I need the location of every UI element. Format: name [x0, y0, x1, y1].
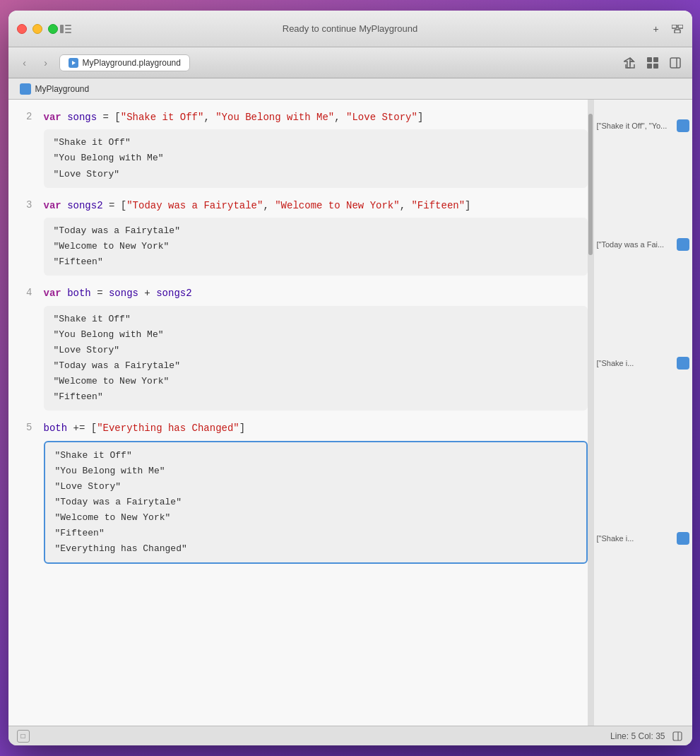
svg-rect-15	[673, 732, 682, 740]
scrollbar-thumb	[588, 114, 593, 255]
output-item: "Welcome to New York"	[55, 510, 576, 526]
output-item: "Shake it Off"	[54, 312, 578, 327]
status-check-icon[interactable]: □	[17, 730, 30, 743]
back-button[interactable]: ‹	[17, 55, 32, 71]
breadcrumb-bar: MyPlayground	[8, 78, 692, 100]
line-number-4: 4	[8, 285, 44, 298]
svg-rect-12	[653, 64, 658, 69]
output-item: "You Belong with Me"	[54, 150, 578, 166]
result-badge-4[interactable]	[677, 357, 689, 370]
output-box-4: "Shake it Off" "You Belong with Me" "Lov…	[44, 306, 588, 411]
output-item: "Fifteen"	[54, 389, 578, 405]
editor-area[interactable]: 2 var songs = ["Shake it Off", "You Belo…	[8, 100, 588, 726]
result-badge-5[interactable]	[677, 532, 689, 545]
minimize-button[interactable]	[32, 24, 42, 34]
output-box-2: "Shake it Off" "You Belong with Me" "Lov…	[44, 129, 588, 187]
sidebar-result-text-4: ["Shake i...	[597, 359, 674, 367]
output-item: "Today was a Fairytale"	[54, 358, 578, 374]
sidebar-result-3: ["Today was a Fai...	[597, 238, 689, 251]
code-line-3: var songs2 = ["Today was a Fairytale", "…	[44, 198, 588, 213]
main-content: 2 var songs = ["Shake it Off", "You Belo…	[8, 100, 692, 726]
sidebar-result-4: ["Shake i...	[597, 357, 689, 370]
status-left: □	[17, 730, 30, 743]
svg-rect-10	[653, 57, 658, 62]
breadcrumb-label: MyPlayground	[35, 84, 90, 94]
traffic-lights	[17, 24, 58, 34]
code-line-5: both += ["Everything has Changed"]	[44, 420, 588, 436]
code-block-line4: 4 var both = songs + songs2 "Shake it Of…	[8, 283, 588, 418]
svg-marker-7	[72, 61, 76, 65]
close-button[interactable]	[17, 24, 27, 34]
svg-rect-2	[65, 28, 71, 30]
status-bar: □ Line: 5 Col: 35	[8, 726, 692, 745]
output-item: "Welcome to New York"	[54, 374, 578, 389]
titlebar-right-buttons: +	[650, 23, 684, 35]
sidebar-result-text-3: ["Today was a Fai...	[597, 240, 674, 249]
output-item: "Everything has Changed"	[55, 541, 576, 557]
sidebar-result-row-4: ["Shake i...	[597, 357, 689, 370]
sidebar-result-row-3: ["Today was a Fai...	[597, 238, 689, 251]
toolbar-right	[622, 54, 684, 71]
svg-rect-9	[647, 57, 652, 62]
svg-rect-6	[675, 30, 680, 33]
maximize-button[interactable]	[48, 24, 58, 34]
line-number-2: 2	[8, 110, 44, 122]
output-item: "Love Story"	[54, 167, 578, 182]
tab-label: MyPlayground.playground	[83, 58, 181, 68]
output-item: "Welcome to New York"	[54, 239, 578, 254]
status-panel-icon[interactable]	[671, 730, 684, 743]
output-item: "Fifteen"	[54, 254, 578, 270]
code-wrap-area: 2 var songs = ["Shake it Off", "You Belo…	[8, 100, 692, 726]
scrollbar[interactable]	[588, 100, 593, 726]
code-content-3: var songs2 = ["Today was a Fairytale", "…	[44, 198, 588, 280]
output-box-3: "Today was a Fairytale" "Welcome to New …	[44, 218, 588, 276]
output-item: "Today was a Fairytale"	[54, 223, 578, 239]
svg-rect-11	[647, 64, 652, 69]
svg-rect-5	[678, 25, 683, 28]
playground-icon	[69, 58, 78, 68]
line-number-3: 3	[8, 198, 44, 211]
playground-tab[interactable]: MyPlayground.playground	[59, 54, 190, 71]
output-item: "Love Story"	[54, 343, 578, 358]
code-content-2: var songs = ["Shake it Off", "You Belong…	[44, 110, 588, 192]
result-badge-2[interactable]	[677, 119, 689, 132]
output-item: "Love Story"	[55, 479, 576, 495]
output-item: "You Belong with Me"	[55, 463, 576, 479]
panel-icon[interactable]	[667, 54, 684, 71]
output-box-5: "Shake it Off" "You Belong with Me" "Lov…	[44, 441, 588, 565]
code-line-4: var both = songs + songs2	[44, 285, 588, 301]
window: Ready to continue MyPlayground + ‹ › MyP…	[8, 11, 692, 745]
svg-rect-1	[65, 25, 71, 26]
share-icon[interactable]	[622, 54, 639, 71]
svg-rect-0	[60, 25, 64, 33]
code-content-4: var both = songs + songs2 "Shake it Off"…	[44, 285, 588, 415]
line-number-5: 5	[8, 420, 44, 433]
sidebar-result-5: ["Shake i...	[597, 532, 689, 545]
svg-rect-3	[65, 32, 71, 33]
forward-button[interactable]: ›	[38, 55, 54, 71]
sidebar-result-row-5: ["Shake i...	[597, 532, 689, 545]
code-block-line3: 3 var songs2 = ["Today was a Fairytale",…	[8, 195, 588, 283]
svg-rect-13	[670, 58, 680, 68]
sidebar-result-text-5: ["Shake i...	[597, 534, 674, 543]
sidebar-result-row-2: ["Shake it Off", "Yo...	[597, 119, 689, 132]
output-item: "Shake it Off"	[54, 135, 578, 150]
svg-rect-4	[672, 25, 677, 28]
fullscreen-button[interactable]	[671, 23, 684, 35]
grid-icon[interactable]	[644, 54, 661, 71]
code-content-5: both += ["Everything has Changed"] "Shak…	[44, 420, 588, 568]
sidebar-results: ["Shake it Off", "Yo... ["Today was a Fa…	[593, 100, 692, 726]
result-badge-3[interactable]	[677, 238, 689, 251]
toolbar: ‹ › MyPlayground.playground	[8, 47, 692, 78]
cursor-position: Line: 5 Col: 35	[610, 731, 665, 741]
add-tab-button[interactable]: +	[650, 23, 663, 35]
window-title: Ready to continue MyPlayground	[283, 23, 418, 34]
sidebar-toggle-button[interactable]	[58, 21, 73, 37]
output-item: "Today was a Fairytale"	[55, 495, 576, 510]
status-right: Line: 5 Col: 35	[610, 730, 683, 743]
output-item: "You Belong with Me"	[54, 327, 578, 343]
breadcrumb-icon	[20, 83, 31, 95]
sidebar-result-text-2: ["Shake it Off", "Yo...	[597, 122, 674, 130]
titlebar: Ready to continue MyPlayground +	[8, 11, 692, 47]
output-item: "Fifteen"	[55, 526, 576, 541]
